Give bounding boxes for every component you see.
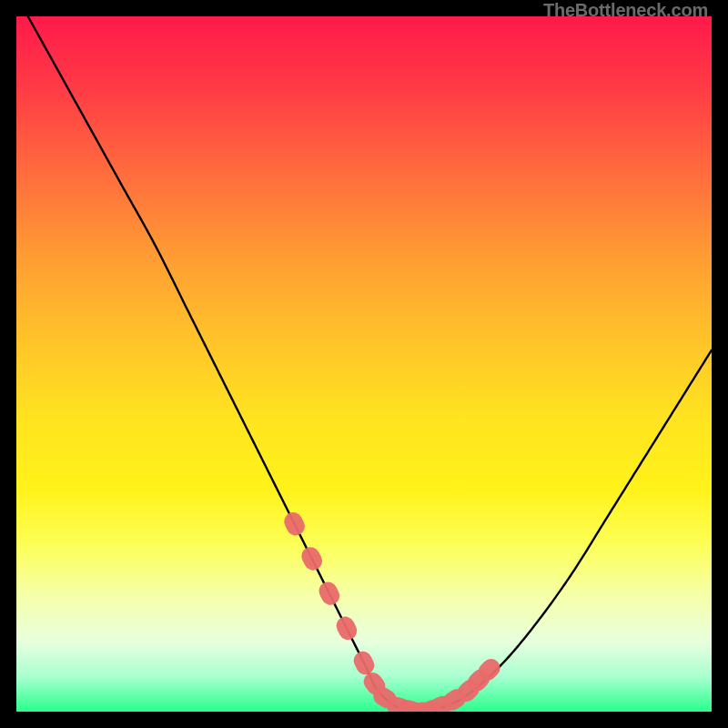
marker-blob xyxy=(333,613,360,642)
svg-rect-3 xyxy=(333,613,360,642)
chart-frame: TheBottleneck.com xyxy=(0,0,728,728)
marker-blob xyxy=(316,579,343,608)
marker-blob xyxy=(281,510,308,539)
svg-rect-0 xyxy=(281,510,308,539)
watermark-text: TheBottleneck.com xyxy=(543,0,708,21)
plot-area xyxy=(16,16,712,712)
marker-blob xyxy=(298,544,326,573)
chart-svg xyxy=(16,16,712,712)
curve-line xyxy=(16,16,712,712)
svg-rect-1 xyxy=(298,544,326,573)
svg-rect-2 xyxy=(316,579,343,608)
